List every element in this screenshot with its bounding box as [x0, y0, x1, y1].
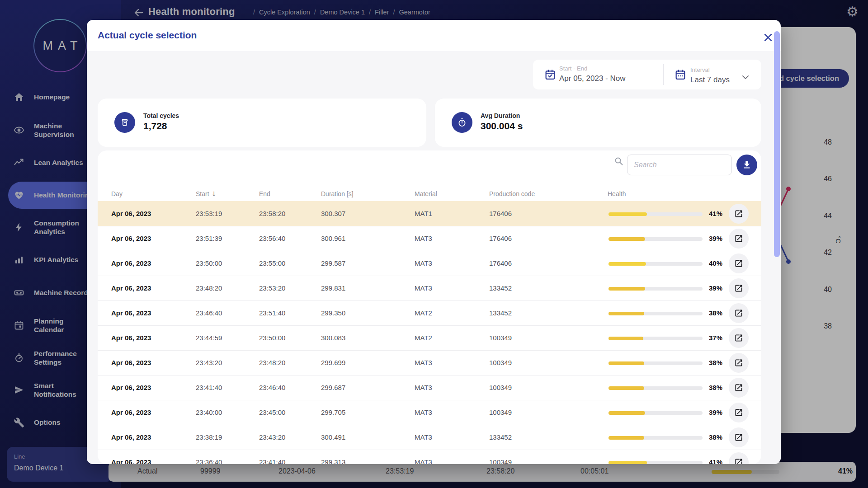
cell-day: Apr 06, 2023 — [111, 284, 151, 292]
cell-production-code: 100349 — [489, 384, 512, 391]
table-row[interactable]: Apr 06, 2023 23:44:59 23:50:00 300.083 M… — [98, 325, 761, 350]
total-cycles-label: Total cycles — [143, 112, 179, 119]
cell-material: MAT3 — [415, 384, 432, 391]
open-cycle-button[interactable] — [729, 353, 749, 373]
cell-start: 23:38:19 — [196, 433, 222, 441]
cell-material: MAT3 — [415, 259, 432, 267]
cell-start: 23:44:59 — [196, 334, 222, 342]
health-bar-fill — [609, 436, 644, 440]
cell-start: 23:48:20 — [196, 284, 222, 292]
health-bar-fill — [609, 361, 644, 365]
column-duration[interactable]: Duration [s] — [321, 190, 354, 197]
cell-day: Apr 06, 2023 — [111, 433, 151, 441]
health-bar — [609, 287, 703, 291]
total-cycles-card: Total cycles 1,728 — [98, 99, 426, 147]
cell-health-percent: 38% — [709, 384, 722, 391]
open-cycle-button[interactable] — [729, 427, 749, 447]
cell-duration: 299.687 — [321, 384, 345, 391]
column-material[interactable]: Material — [415, 190, 437, 197]
cell-duration: 300.491 — [321, 433, 345, 441]
cell-end: 23:41:40 — [259, 458, 285, 464]
table-row[interactable]: Apr 06, 2023 23:36:40 23:41:40 299.313 M… — [98, 450, 761, 464]
open-cycle-button[interactable] — [729, 278, 749, 298]
cell-start: 23:36:40 — [196, 458, 222, 464]
search-icon — [614, 156, 624, 168]
cell-start: 23:40:00 — [196, 408, 222, 416]
open-cycle-button[interactable] — [729, 303, 749, 323]
cell-material: MAT1 — [415, 210, 432, 217]
cell-production-code: 133452 — [489, 309, 512, 317]
cell-duration: 299.699 — [321, 359, 345, 366]
avg-duration-card: Avg Duration 300.004 s — [435, 99, 761, 147]
cell-end: 23:53:20 — [259, 284, 285, 292]
cell-material: MAT3 — [415, 458, 432, 464]
cell-material: MAT3 — [415, 433, 432, 441]
column-health[interactable]: Health — [608, 190, 626, 197]
cell-duration: 300.307 — [321, 210, 345, 217]
open-cycle-button[interactable] — [729, 378, 749, 398]
table-row[interactable]: Apr 06, 2023 23:38:19 23:43:20 300.491 M… — [98, 425, 761, 450]
cell-duration: 299.831 — [321, 284, 345, 292]
divider — [663, 64, 664, 85]
total-cycles-value: 1,728 — [143, 121, 167, 131]
cell-material: MAT3 — [415, 359, 432, 366]
health-bar — [609, 386, 703, 390]
search-input[interactable] — [627, 155, 732, 175]
open-cycle-button[interactable] — [729, 328, 749, 348]
cell-health-percent: 37% — [709, 334, 722, 342]
cell-end: 23:43:20 — [259, 433, 285, 441]
cell-production-code: 176406 — [489, 259, 512, 267]
cell-production-code: 133452 — [489, 433, 512, 441]
chevron-down-icon[interactable] — [742, 73, 749, 81]
cell-production-code: 100349 — [489, 359, 512, 366]
avg-duration-value: 300.004 s — [481, 121, 523, 131]
health-bar — [609, 237, 703, 241]
modal-body: Start - End Apr 05, 2023 - Now Interval … — [87, 51, 781, 464]
column-start[interactable]: Start↓ — [196, 190, 217, 197]
date-range-value[interactable]: Apr 05, 2023 - Now — [559, 74, 625, 83]
open-cycle-button[interactable] — [729, 403, 749, 422]
table-row[interactable]: Apr 06, 2023 23:40:00 23:45:00 299.705 M… — [98, 400, 761, 425]
actual-cycle-selection-modal: Actual cycle selection Start - End Apr 0… — [87, 20, 781, 464]
column-production-code[interactable]: Production code — [489, 190, 535, 197]
health-bar-fill — [609, 461, 647, 464]
cell-production-code: 100349 — [489, 408, 512, 416]
table-row[interactable]: Apr 06, 2023 23:41:40 23:46:40 299.687 M… — [98, 375, 761, 400]
cell-material: MAT3 — [415, 408, 432, 416]
cell-end: 23:46:40 — [259, 384, 285, 391]
download-button[interactable] — [736, 155, 757, 175]
open-cycle-button[interactable] — [729, 204, 749, 224]
table-row[interactable]: Apr 06, 2023 23:48:20 23:53:20 299.831 M… — [98, 276, 761, 300]
table-body: Apr 06, 2023 23:53:19 23:58:20 300.307 M… — [98, 201, 761, 464]
cell-material: MAT2 — [415, 334, 432, 342]
cell-day: Apr 06, 2023 — [111, 259, 151, 267]
modal-scrollbar[interactable] — [774, 31, 780, 257]
health-bar-fill — [609, 312, 644, 315]
table-row[interactable]: Apr 06, 2023 23:53:19 23:58:20 300.307 M… — [98, 201, 761, 226]
health-bar-fill — [609, 262, 646, 266]
table-row[interactable]: Apr 06, 2023 23:46:40 23:51:40 299.350 M… — [98, 300, 761, 325]
column-end[interactable]: End — [259, 190, 270, 197]
open-cycle-button[interactable] — [729, 253, 749, 273]
cell-production-code: 100349 — [489, 458, 512, 464]
health-bar — [609, 337, 703, 340]
open-cycle-button[interactable] — [729, 452, 749, 464]
cell-duration: 299.705 — [321, 408, 345, 416]
column-day[interactable]: Day — [111, 190, 123, 197]
avg-duration-label: Avg Duration — [481, 112, 520, 119]
interval-label: Interval — [690, 66, 710, 73]
cell-day: Apr 06, 2023 — [111, 334, 151, 342]
table-header-row: Day Start↓ End Duration [s] Material Pro… — [98, 188, 761, 201]
open-cycle-button[interactable] — [729, 229, 749, 249]
cell-health-percent: 41% — [709, 458, 722, 464]
cell-start: 23:53:19 — [196, 210, 222, 217]
close-icon[interactable] — [763, 33, 773, 42]
cell-health-percent: 38% — [709, 359, 722, 366]
stopwatch-icon — [452, 112, 472, 133]
table-row[interactable]: Apr 06, 2023 23:50:00 23:55:00 299.587 M… — [98, 251, 761, 276]
cell-day: Apr 06, 2023 — [111, 384, 151, 391]
cell-health-percent: 41% — [709, 210, 722, 217]
table-row[interactable]: Apr 06, 2023 23:51:39 23:56:40 300.961 M… — [98, 226, 761, 251]
table-row[interactable]: Apr 06, 2023 23:43:20 23:48:20 299.699 M… — [98, 350, 761, 375]
interval-value[interactable]: Last 7 days — [690, 75, 730, 84]
